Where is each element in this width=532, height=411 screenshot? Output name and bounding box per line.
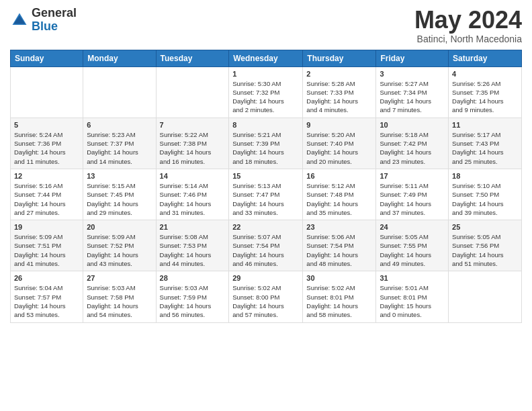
calendar-cell: 22Sunrise: 5:07 AMSunset: 7:54 PMDayligh… (229, 220, 303, 271)
day-number: 26 (14, 274, 79, 282)
calendar-cell: 1Sunrise: 5:30 AMSunset: 7:32 PMDaylight… (229, 66, 303, 118)
day-info: Sunrise: 5:18 AMSunset: 7:42 PMDaylight:… (380, 130, 445, 166)
day-number: 16 (306, 172, 372, 180)
calendar-cell: 20Sunrise: 5:09 AMSunset: 7:52 PMDayligh… (83, 220, 156, 271)
calendar-cell: 10Sunrise: 5:18 AMSunset: 7:42 PMDayligh… (376, 118, 449, 169)
calendar-header-cell: Thursday (303, 50, 376, 66)
day-number: 4 (452, 70, 518, 78)
day-info: Sunrise: 5:24 AMSunset: 7:36 PMDaylight:… (14, 130, 79, 166)
logo-text: General Blue (32, 7, 77, 34)
day-number: 29 (232, 274, 299, 282)
calendar-cell: 5Sunrise: 5:24 AMSunset: 7:36 PMDaylight… (11, 118, 83, 169)
day-number: 17 (380, 172, 445, 180)
day-number: 11 (452, 121, 518, 129)
day-number: 5 (14, 121, 79, 129)
day-info: Sunrise: 5:03 AMSunset: 7:59 PMDaylight:… (160, 283, 226, 319)
calendar-cell (83, 66, 156, 118)
day-info: Sunrise: 5:09 AMSunset: 7:51 PMDaylight:… (14, 232, 79, 268)
calendar-week-row: 1Sunrise: 5:30 AMSunset: 7:32 PMDaylight… (11, 66, 522, 118)
day-number: 6 (87, 121, 152, 129)
day-number: 23 (306, 223, 372, 231)
day-info: Sunrise: 5:08 AMSunset: 7:53 PMDaylight:… (160, 232, 226, 268)
calendar-header-cell: Monday (83, 50, 156, 66)
day-info: Sunrise: 5:01 AMSunset: 8:01 PMDaylight:… (380, 283, 445, 319)
day-info: Sunrise: 5:12 AMSunset: 7:48 PMDaylight:… (306, 181, 372, 217)
calendar-cell: 2Sunrise: 5:28 AMSunset: 7:33 PMDaylight… (303, 66, 376, 118)
day-info: Sunrise: 5:22 AMSunset: 7:38 PMDaylight:… (160, 130, 226, 166)
day-number: 21 (160, 223, 226, 231)
day-number: 2 (306, 70, 372, 78)
calendar-cell: 26Sunrise: 5:04 AMSunset: 7:57 PMDayligh… (11, 271, 83, 322)
calendar-header-cell: Tuesday (156, 50, 229, 66)
day-number: 10 (380, 121, 445, 129)
calendar-cell: 19Sunrise: 5:09 AMSunset: 7:51 PMDayligh… (11, 220, 83, 271)
calendar-cell: 17Sunrise: 5:11 AMSunset: 7:49 PMDayligh… (376, 169, 449, 220)
day-number: 8 (232, 121, 299, 129)
day-info: Sunrise: 5:04 AMSunset: 7:57 PMDaylight:… (14, 283, 79, 319)
day-info: Sunrise: 5:16 AMSunset: 7:44 PMDaylight:… (14, 181, 79, 217)
calendar-header-cell: Saturday (449, 50, 522, 66)
day-number: 15 (232, 172, 299, 180)
calendar-cell: 13Sunrise: 5:15 AMSunset: 7:45 PMDayligh… (83, 169, 156, 220)
day-number: 18 (452, 172, 518, 180)
page: General Blue May 2024 Batinci, North Mac… (0, 0, 532, 333)
title-area: May 2024 Batinci, North Macedonia (414, 7, 522, 44)
calendar-cell: 6Sunrise: 5:23 AMSunset: 7:37 PMDaylight… (83, 118, 156, 169)
calendar-cell: 4Sunrise: 5:26 AMSunset: 7:35 PMDaylight… (449, 66, 522, 118)
day-number: 30 (306, 274, 372, 282)
calendar-week-row: 5Sunrise: 5:24 AMSunset: 7:36 PMDaylight… (11, 118, 522, 169)
day-number: 28 (160, 274, 226, 282)
day-info: Sunrise: 5:15 AMSunset: 7:45 PMDaylight:… (87, 181, 152, 217)
day-info: Sunrise: 5:05 AMSunset: 7:56 PMDaylight:… (452, 232, 518, 268)
calendar-cell (11, 66, 83, 118)
logo: General Blue (10, 7, 77, 34)
calendar-cell: 24Sunrise: 5:05 AMSunset: 7:55 PMDayligh… (376, 220, 449, 271)
day-number: 13 (87, 172, 152, 180)
day-number: 3 (380, 70, 445, 78)
calendar-cell: 12Sunrise: 5:16 AMSunset: 7:44 PMDayligh… (11, 169, 83, 220)
calendar-cell: 9Sunrise: 5:20 AMSunset: 7:40 PMDaylight… (303, 118, 376, 169)
logo-icon (10, 11, 29, 30)
day-info: Sunrise: 5:14 AMSunset: 7:46 PMDaylight:… (160, 181, 226, 217)
calendar-cell (449, 271, 522, 322)
day-info: Sunrise: 5:07 AMSunset: 7:54 PMDaylight:… (232, 232, 299, 268)
header: General Blue May 2024 Batinci, North Mac… (10, 7, 522, 44)
calendar-cell: 16Sunrise: 5:12 AMSunset: 7:48 PMDayligh… (303, 169, 376, 220)
logo-general-text: General (32, 7, 77, 20)
day-info: Sunrise: 5:06 AMSunset: 7:54 PMDaylight:… (306, 232, 372, 268)
day-number: 20 (87, 223, 152, 231)
calendar-header-cell: Friday (376, 50, 449, 66)
calendar-cell: 7Sunrise: 5:22 AMSunset: 7:38 PMDaylight… (156, 118, 229, 169)
calendar-header-cell: Wednesday (229, 50, 303, 66)
calendar-week-row: 19Sunrise: 5:09 AMSunset: 7:51 PMDayligh… (11, 220, 522, 271)
calendar-cell: 31Sunrise: 5:01 AMSunset: 8:01 PMDayligh… (376, 271, 449, 322)
day-number: 9 (306, 121, 372, 129)
day-number: 12 (14, 172, 79, 180)
day-info: Sunrise: 5:02 AMSunset: 8:01 PMDaylight:… (306, 283, 372, 319)
day-info: Sunrise: 5:20 AMSunset: 7:40 PMDaylight:… (306, 130, 372, 166)
day-info: Sunrise: 5:03 AMSunset: 7:58 PMDaylight:… (87, 283, 152, 319)
day-info: Sunrise: 5:13 AMSunset: 7:47 PMDaylight:… (232, 181, 299, 217)
calendar-cell: 18Sunrise: 5:10 AMSunset: 7:50 PMDayligh… (449, 169, 522, 220)
calendar-cell: 8Sunrise: 5:21 AMSunset: 7:39 PMDaylight… (229, 118, 303, 169)
day-number: 24 (380, 223, 445, 231)
day-number: 27 (87, 274, 152, 282)
calendar-cell: 11Sunrise: 5:17 AMSunset: 7:43 PMDayligh… (449, 118, 522, 169)
day-info: Sunrise: 5:21 AMSunset: 7:39 PMDaylight:… (232, 130, 299, 166)
day-info: Sunrise: 5:17 AMSunset: 7:43 PMDaylight:… (452, 130, 518, 166)
month-title: May 2024 (414, 7, 522, 34)
day-number: 1 (232, 70, 299, 78)
calendar-header-cell: Sunday (11, 50, 83, 66)
calendar-week-row: 26Sunrise: 5:04 AMSunset: 7:57 PMDayligh… (11, 271, 522, 322)
day-number: 7 (160, 121, 226, 129)
day-info: Sunrise: 5:10 AMSunset: 7:50 PMDaylight:… (452, 181, 518, 217)
calendar-cell: 28Sunrise: 5:03 AMSunset: 7:59 PMDayligh… (156, 271, 229, 322)
day-number: 19 (14, 223, 79, 231)
calendar-cell: 30Sunrise: 5:02 AMSunset: 8:01 PMDayligh… (303, 271, 376, 322)
location: Batinci, North Macedonia (414, 34, 522, 44)
day-info: Sunrise: 5:26 AMSunset: 7:35 PMDaylight:… (452, 79, 518, 115)
calendar-cell: 29Sunrise: 5:02 AMSunset: 8:00 PMDayligh… (229, 271, 303, 322)
logo-blue-text: Blue (32, 20, 77, 34)
day-info: Sunrise: 5:09 AMSunset: 7:52 PMDaylight:… (87, 232, 152, 268)
day-number: 25 (452, 223, 518, 231)
